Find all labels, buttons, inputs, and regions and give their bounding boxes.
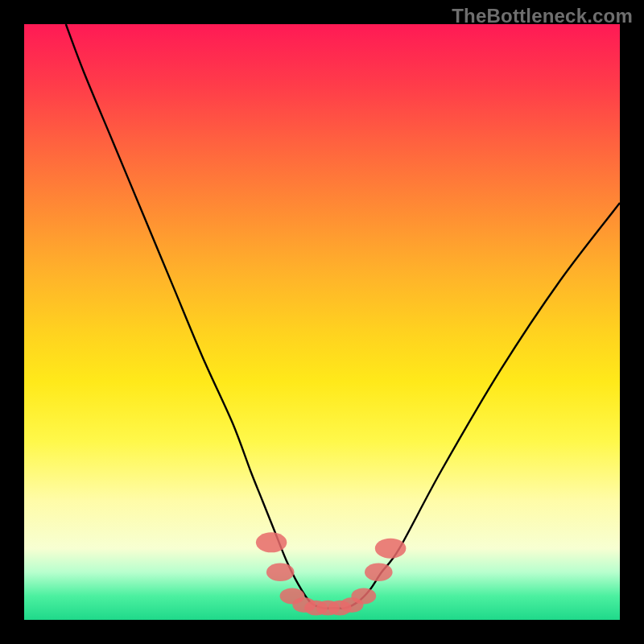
- chart-frame: TheBottleneck.com: [0, 0, 644, 644]
- curve-marker: [351, 588, 376, 604]
- plot-area: [24, 24, 620, 620]
- curve-marker: [256, 532, 287, 552]
- marker-group: [256, 532, 406, 615]
- curve-marker: [375, 539, 406, 559]
- curve-marker: [365, 564, 393, 582]
- bottleneck-curve: [66, 24, 620, 609]
- watermark-text: TheBottleneck.com: [452, 5, 633, 27]
- curve-marker: [266, 564, 295, 582]
- curve-svg: [24, 24, 620, 620]
